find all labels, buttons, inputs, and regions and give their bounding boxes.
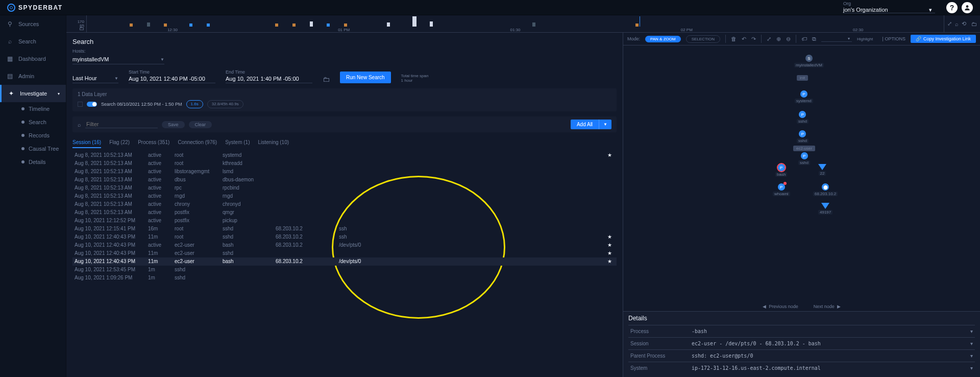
nav-sub-timeline[interactable]: Timeline [15,102,66,115]
node-sshd-2[interactable]: Psshd [797,130,808,143]
trash-icon[interactable]: 🗑 [731,36,737,42]
fit-icon[interactable]: ⤢ [947,20,952,27]
nav-admin[interactable]: ▤Admin [0,67,66,85]
table-row[interactable]: Aug 8, 2021 10:52:13 AMactivedbusdbus-da… [72,176,617,184]
star-icon[interactable]: ★ [604,152,615,158]
table-row[interactable]: Aug 10, 2021 12:40:43 PM11mrootsshd68.20… [72,233,617,241]
options-button[interactable]: | OPTIONS [883,36,905,41]
star-icon[interactable]: ★ [604,250,615,256]
chevron-down-icon[interactable]: ▾ [970,341,973,346]
table-row[interactable]: Aug 10, 2021 12:40:43 PM11mec2-userbash6… [72,257,617,266]
table-row[interactable]: Aug 8, 2021 10:52:13 AMactiverpcrpcbind [72,184,617,192]
node-bash[interactable]: Pbash [775,164,787,177]
nav-sources[interactable]: ⚲Sources [0,15,66,33]
timeline-tick: 01 PM [258,28,430,32]
zoom-out-icon[interactable]: ⊖ [786,36,791,42]
calendar-icon[interactable]: 🗀 [79,26,84,31]
nav-sub-details[interactable]: Details [15,155,66,169]
table-row[interactable]: Aug 10, 2021 12:40:43 PM11mec2-usersshd★ [72,249,617,257]
node-init[interactable]: init [797,75,808,81]
copy-icon[interactable]: ⧉ [812,36,816,42]
detail-row[interactable]: Parent Processsshd: ec2-user@pts/0▾ [628,349,975,362]
mode-pan-button[interactable]: PAN & ZOOM [645,36,681,42]
node-systemd[interactable]: Psystemd [795,90,813,103]
highlight-select[interactable]: ▾ [821,36,852,42]
next-node-button[interactable]: Next node ▶ [814,304,841,309]
graph-canvas[interactable]: SmyinstalledVM init Psystemd Psshd Psshd… [623,45,980,302]
node-sshd-1[interactable]: Psshd [797,111,808,124]
cell-process: sshd [223,234,274,240]
table-row[interactable]: Aug 8, 2021 10:52:13 AMactiverngdrngd [72,192,617,200]
prev-node-button[interactable]: ◀ Previous node [763,304,798,309]
nav-search[interactable]: ⌕Search [0,33,66,50]
timeline[interactable]: 170 85 🗀 [66,15,980,33]
node-count[interactable]: 22 [818,164,826,176]
calendar-icon[interactable]: 🗀 [971,21,977,27]
timeline-track[interactable]: 12:3001 PM01:3002 PM02:30 [87,15,944,32]
range-select[interactable]: Last Hour▼ [72,74,118,83]
copy-link-button[interactable]: 🔗Copy Investigation Link [911,35,976,43]
table-row[interactable]: Aug 10, 2021 12:40:43 PMactiveec2-userba… [72,241,617,249]
node-port[interactable]: 49197 [818,203,832,215]
mode-select-button[interactable]: SELECTION [686,35,720,43]
nav-sub-causal[interactable]: Causal Tree [15,142,66,155]
table-row[interactable]: Aug 8, 2021 10:52:13 AMactiverootsystemd… [72,151,617,159]
tab-session[interactable]: Session (16) [72,137,101,148]
reset-icon[interactable]: ⟲ [962,20,966,27]
tag-icon[interactable]: 🏷 [801,36,807,42]
node-whoami[interactable]: Pwhoami [773,183,790,196]
start-time-input[interactable]: Aug 10, 2021 12:40 PM -05:00 [129,75,215,83]
chevron-down-icon[interactable]: ▾ [970,353,973,359]
detail-row[interactable]: Sessionec2-user - /dev/pts/0 - 68.203.10… [628,337,975,349]
node-ip[interactable]: ⬤68.203.10.2 [813,183,838,196]
cell-status: 1m [148,267,173,272]
chevron-down-icon[interactable]: ▾ [970,365,973,371]
checkbox[interactable] [78,102,83,107]
tab-connection[interactable]: Connection (976) [178,137,217,148]
table-row[interactable]: Aug 8, 2021 10:52:13 AMactiverootkthread… [72,159,617,168]
save-filter-button[interactable]: Save [162,121,185,128]
detail-row[interactable]: Process-bash▾ [628,325,975,337]
help-icon[interactable]: ? [946,2,958,13]
end-time-input[interactable]: Aug 10, 2021 1:40 PM -05:00 [226,75,312,83]
expand-icon[interactable]: ⤢ [767,36,771,42]
add-all-dropdown[interactable]: ▼ [599,120,611,129]
table-row[interactable]: Aug 10, 2021 1:09:26 PM1msshd [72,274,617,282]
nav-sub-search[interactable]: Search [15,115,66,129]
tab-system[interactable]: System (1) [225,137,250,148]
host-select[interactable]: myinstalledVM▼ [72,55,164,64]
clear-filter-button[interactable]: Clear [189,121,212,128]
star-icon[interactable]: ★ [604,242,615,248]
account-icon[interactable] [962,2,973,13]
star-icon[interactable]: ★ [604,258,615,264]
detail-row[interactable]: Systemip-172-31-12-16.us-east-2.compute.… [628,362,975,374]
zoom-in-icon[interactable]: ⊕ [776,36,781,42]
chevron-down-icon[interactable]: ▾ [970,328,973,334]
run-search-button[interactable]: Run New Search [340,72,391,83]
table-row[interactable]: Aug 10, 2021 12:15:41 PM16mrootsshd68.20… [72,225,617,233]
table-row[interactable]: Aug 8, 2021 10:52:13 AMactivelibstoragem… [72,168,617,176]
redo-icon[interactable]: ↷ [751,36,756,42]
table-row[interactable]: Aug 8, 2021 10:52:13 AMactivechronychron… [72,200,617,208]
nav-investigate[interactable]: ✦Investigate▾ [0,85,66,102]
star-icon[interactable]: ★ [604,234,615,240]
cell-process: sshd [223,226,274,231]
table-row[interactable]: Aug 8, 2021 10:52:13 AMactivepostfixqmgr [72,208,617,217]
table-row[interactable]: Aug 10, 2021 12:53:45 PM1msshd [72,266,617,274]
undo-icon[interactable]: ↶ [742,36,746,42]
calendar-icon[interactable]: 🗀 [323,75,330,83]
layer-toggle[interactable] [87,102,97,107]
node-host[interactable]: SmyinstalledVM [794,55,824,67]
tab-listening[interactable]: Listening (10) [258,137,289,148]
node-ec2user[interactable]: ec2-userPsshd [793,146,815,165]
search-panel: Search Hosts: myinstalledVM▼ Last Hour▼ … [66,33,623,377]
org-selector[interactable]: Org jon's Organization ▾ [843,2,935,13]
zoom-icon[interactable]: ⌕ [955,21,959,27]
add-all-button[interactable]: Add All [571,120,599,129]
tab-flag[interactable]: Flag (22) [109,137,130,148]
tab-process[interactable]: Process (351) [138,137,169,148]
nav-sub-records[interactable]: Records [15,129,66,142]
filter-input[interactable] [85,121,158,128]
table-row[interactable]: Aug 10, 2021 12:12:52 PMactivepostfixpic… [72,217,617,225]
nav-dashboard[interactable]: ▦Dashboard [0,50,66,67]
